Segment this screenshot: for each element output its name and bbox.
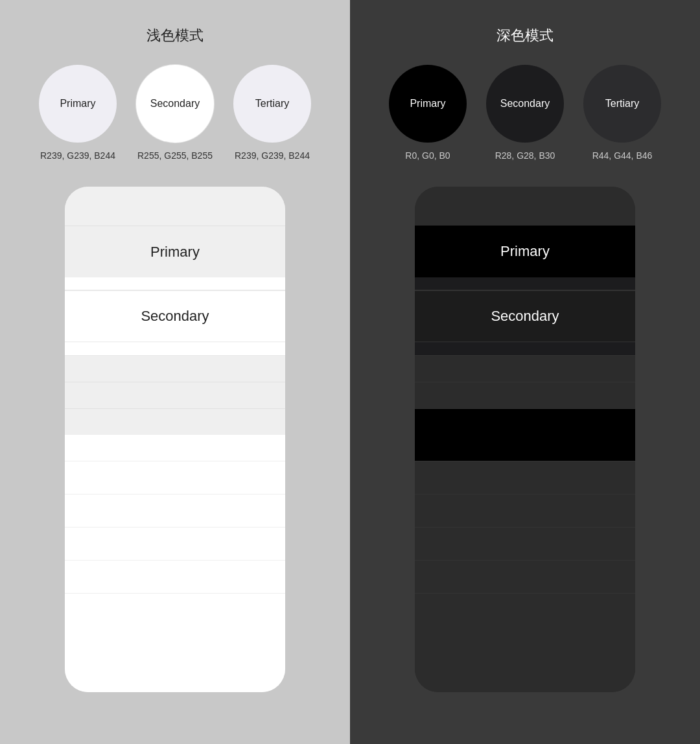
dark-phone-gap1: [415, 277, 635, 290]
light-primary-rgb: R239, G239, B244: [40, 150, 115, 161]
light-phone-gap1: [65, 277, 285, 290]
light-phone-bottom: [65, 594, 285, 692]
dark-tertiary-circle: Tertiary: [583, 65, 661, 143]
dark-tertiary-circle-label: Tertiary: [605, 98, 639, 110]
dark-phone-primary-label: Primary: [500, 243, 550, 260]
dark-primary-rgb: R0, G0, B0: [405, 150, 450, 161]
light-phone-white1: [65, 435, 285, 461]
dark-tertiary-rgb: R44, G44, B46: [592, 150, 653, 161]
dark-circles-row: Primary R0, G0, B0 Secondary R28, G28, B…: [389, 65, 661, 161]
light-primary-circle-item: Primary R239, G239, B244: [39, 65, 117, 161]
light-phone-white3: [65, 494, 285, 527]
light-tertiary-rgb: R239, G239, B244: [235, 150, 310, 161]
dark-secondary-circle-item: Secondary R28, G28, B30: [486, 65, 564, 161]
light-phone-primary-section: Primary: [65, 226, 285, 277]
light-phone-mockup: Primary Secondary: [65, 187, 285, 692]
dark-phone-grey1: [415, 356, 635, 382]
dark-mode-panel: 深色模式 Primary R0, G0, B0 Secondary R28, G…: [350, 0, 700, 744]
light-tertiary-circle-label: Tertiary: [255, 98, 289, 110]
dark-phone-secondary-label: Secondary: [491, 308, 559, 325]
dark-phone-row2: [415, 494, 635, 527]
dark-phone-secondary-section: Secondary: [415, 290, 635, 342]
dark-secondary-circle: Secondary: [486, 65, 564, 143]
light-secondary-circle-item: Secondary R255, G255, B255: [136, 65, 214, 161]
light-tertiary-circle-item: Tertiary R239, G239, B244: [233, 65, 311, 161]
dark-tertiary-circle-item: Tertiary R44, G44, B46: [583, 65, 661, 161]
light-secondary-circle: Secondary: [136, 65, 214, 143]
dark-phone-topbar: [415, 187, 635, 226]
light-primary-circle-label: Primary: [60, 98, 95, 110]
dark-phone-row1: [415, 461, 635, 494]
dark-phone-gap2: [415, 342, 635, 355]
light-tertiary-circle: Tertiary: [233, 65, 311, 143]
light-phone-white2: [65, 461, 285, 494]
dark-primary-circle: Primary: [389, 65, 467, 143]
light-phone-grey2: [65, 382, 285, 408]
light-phone-grey3: [65, 409, 285, 435]
dark-primary-circle-item: Primary R0, G0, B0: [389, 65, 467, 161]
dark-phone-bottom: [415, 594, 635, 692]
dark-mode-title: 深色模式: [496, 26, 554, 45]
light-circles-row: Primary R239, G239, B244 Secondary R255,…: [39, 65, 311, 161]
light-phone-secondary-section: Secondary: [65, 290, 285, 342]
dark-phone-row4: [415, 561, 635, 593]
light-secondary-rgb: R255, G255, B255: [137, 150, 213, 161]
light-secondary-circle-label: Secondary: [150, 98, 200, 110]
light-phone-secondary-label: Secondary: [141, 308, 209, 325]
light-phone-topbar: [65, 187, 285, 226]
light-phone-primary-label: Primary: [150, 244, 200, 261]
dark-phone-black: [415, 409, 635, 461]
light-phone-grey1: [65, 356, 285, 382]
dark-secondary-rgb: R28, G28, B30: [495, 150, 555, 161]
dark-phone-primary-section: Primary: [415, 226, 635, 277]
dark-phone-mockup: Primary Secondary: [415, 187, 635, 692]
light-primary-circle: Primary: [39, 65, 117, 143]
light-phone-white4: [65, 528, 285, 560]
dark-primary-circle-label: Primary: [410, 98, 445, 110]
dark-secondary-circle-label: Secondary: [500, 98, 550, 110]
light-mode-panel: 浅色模式 Primary R239, G239, B244 Secondary …: [0, 0, 350, 744]
light-phone-white5: [65, 561, 285, 593]
light-mode-title: 浅色模式: [146, 26, 204, 45]
dark-phone-row3: [415, 528, 635, 560]
light-phone-gap2: [65, 342, 285, 355]
dark-phone-grey2: [415, 382, 635, 408]
